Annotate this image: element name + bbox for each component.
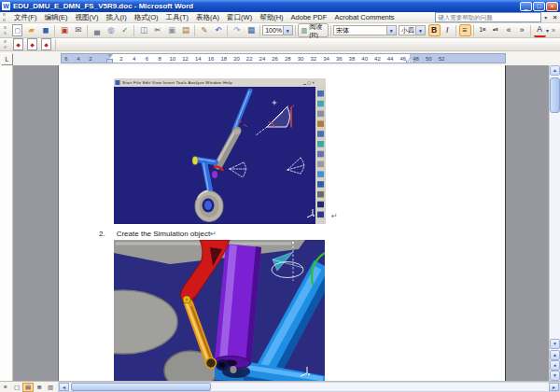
copy-icon: ▣	[168, 26, 175, 35]
word-app-icon: W	[2, 2, 10, 10]
menu-item-1[interactable]: 编辑(E)	[41, 12, 72, 23]
vertical-ruler[interactable]	[0, 65, 13, 381]
vertical-scrollbar-thumb[interactable]	[550, 77, 560, 113]
open-folder-icon: ▰	[29, 26, 35, 35]
new-document-button[interactable]: ▢	[11, 24, 24, 36]
toolbar-drag-handle[interactable]	[4, 26, 8, 35]
ruler-number: 18	[220, 56, 227, 62]
bulleted-list-button[interactable]: •≡	[490, 24, 502, 36]
email-icon: ✉	[75, 26, 81, 35]
spelling-button[interactable]: ✓	[119, 24, 132, 36]
title-bar: W EDU_DMU_E_DMN_FS_V5R9.doc - Microsoft …	[0, 0, 560, 12]
increase-indent-button[interactable]: »	[516, 24, 528, 36]
reading-mode-button[interactable]: ▥ 阅读(R)	[298, 23, 329, 37]
horizontal-ruler[interactable]: 6422468101214161820222426283032343638404…	[61, 53, 506, 63]
close-document-button[interactable]: ×	[550, 13, 560, 21]
chevron-down-icon[interactable]: ▼	[415, 26, 425, 35]
ruler-number: 30	[298, 56, 304, 62]
window-title: EDU_DMU_E_DMN_FS_V5R9.doc - Microsoft Wo…	[13, 2, 193, 10]
tables-borders-button[interactable]: ▦	[245, 24, 258, 36]
document-page[interactable]: Start File Edit View Insert Tools Analyz…	[58, 65, 506, 381]
chevron-down-icon[interactable]: ▼	[386, 26, 396, 35]
email-button[interactable]: ✉	[72, 24, 85, 36]
format-painter-button[interactable]: ✎	[198, 24, 211, 36]
italic-button[interactable]: I	[441, 24, 454, 36]
horizontal-scrollbar[interactable]: ◄ ►	[58, 382, 560, 392]
font-size-combobox[interactable]: 小四 ▼	[399, 25, 426, 35]
convert-to-adobe-pdf-button[interactable]: ◆	[12, 38, 25, 50]
document-text-line[interactable]: 2.Create the Simulation object↵	[99, 230, 217, 238]
zoom-combobox[interactable]: 100% ▼	[262, 25, 293, 35]
close-button[interactable]: ×	[546, 2, 558, 11]
menu-item-7[interactable]: 窗口(W)	[223, 12, 256, 23]
align-center-button[interactable]: ≡	[459, 24, 471, 36]
cut-button[interactable]: ✂	[151, 24, 164, 36]
numbered-list-button[interactable]: 1≡	[477, 24, 489, 36]
redo-icon: ↷	[233, 26, 240, 35]
adobe-pdf-toolbar: ◆◆◆	[0, 38, 560, 51]
next-page-button[interactable]: ▼	[550, 371, 560, 381]
menu-item-10[interactable]: Acrobat Comments	[330, 12, 398, 23]
minimize-button[interactable]: _	[520, 2, 532, 11]
toolbar-options-chevron-icon[interactable]: »	[549, 27, 558, 34]
menu-item-5[interactable]: 工具(T)	[162, 12, 193, 23]
undo-button[interactable]: ↶	[212, 24, 225, 36]
print-layout-button[interactable]: ▤	[22, 383, 34, 392]
web-layout-button[interactable]: ▢	[11, 383, 22, 392]
open-folder-button[interactable]: ▰	[25, 24, 38, 36]
font-name-combobox[interactable]: 宋体 ▼	[333, 25, 397, 35]
bold-button[interactable]: B	[428, 24, 441, 36]
font-size-value: 小四	[401, 26, 414, 35]
menu-item-2[interactable]: 视图(V)	[72, 12, 103, 23]
copy-button[interactable]: ▣	[165, 24, 178, 36]
ruler-number: 12	[182, 56, 189, 62]
convert-and-send-for-review-button[interactable]: ◆	[40, 38, 53, 50]
horizontal-scrollbar-thumb[interactable]	[71, 383, 211, 391]
vertical-scrollbar[interactable]: ▲ ▼ ▲ ● ▼	[549, 65, 560, 381]
permission-button[interactable]: ▣	[58, 24, 71, 36]
paste-button[interactable]: ▤	[179, 24, 192, 36]
research-button[interactable]: ◫	[137, 24, 150, 36]
catia-toolbar-icon	[317, 131, 324, 137]
print-preview-button[interactable]: ◎	[105, 24, 118, 36]
save-button[interactable]: ◼	[39, 24, 52, 36]
menu-item-4[interactable]: 格式(O)	[131, 12, 162, 23]
previous-page-button[interactable]: ▲	[550, 350, 560, 360]
indent-marker[interactable]	[106, 54, 114, 63]
ruler-number: 16	[208, 56, 215, 62]
scroll-down-button[interactable]: ▼	[550, 339, 560, 349]
menu-item-9[interactable]: Adobe PDF	[287, 12, 331, 23]
convert-and-email-button[interactable]: ◆	[26, 38, 39, 50]
menu-drag-handle[interactable]	[3, 13, 8, 21]
print-button[interactable]: ▄	[91, 24, 104, 36]
redo-button[interactable]: ↷	[231, 24, 244, 36]
help-question-input[interactable]	[435, 12, 541, 22]
tab-stop-selector[interactable]: L	[1, 53, 13, 65]
toolbar-options-arrow-icon[interactable]: ▾	[541, 14, 550, 21]
decrease-indent-button[interactable]: «	[503, 24, 515, 36]
font-color-button[interactable]: A	[534, 23, 546, 37]
scroll-up-button[interactable]: ▲	[550, 65, 560, 76]
toolbar-drag-handle[interactable]	[4, 40, 9, 49]
chevron-down-icon[interactable]: ▼	[283, 26, 292, 35]
restore-button[interactable]: □	[533, 2, 545, 11]
reading-layout-button[interactable]: ▥	[45, 383, 56, 392]
separator	[455, 25, 456, 36]
scroll-right-button[interactable]: ►	[549, 383, 559, 391]
catia-toolbar-icon	[317, 191, 324, 198]
scroll-left-button[interactable]: ◄	[59, 383, 69, 391]
outline-view-button[interactable]: ≣	[34, 383, 45, 392]
separator	[259, 25, 260, 36]
menu-item-8[interactable]: 帮助(H)	[256, 12, 287, 23]
menu-item-0[interactable]: 文件(F)	[10, 12, 41, 23]
menu-item-6[interactable]: 表格(A)	[192, 12, 223, 23]
select-browse-object-button[interactable]: ●	[550, 360, 560, 371]
zoom-value: 100%	[265, 27, 282, 34]
separator	[295, 25, 296, 36]
normal-view-button[interactable]: ≡	[0, 383, 11, 392]
catia-screenshot-landing-gear: Start File Edit View Insert Tools Analyz…	[114, 78, 326, 224]
menu-item-3[interactable]: 插入(I)	[103, 12, 131, 23]
ruler-number: 4	[77, 56, 79, 62]
convert-and-send-for-review-icon: ◆	[41, 38, 51, 50]
standard-toolbar: ▢▰◼▣✉▄◎✓◫✂▣▤✎↶↷▦ 100% ▼ ▥ 阅读(R) 宋体 ▼ 小四 …	[0, 23, 560, 38]
